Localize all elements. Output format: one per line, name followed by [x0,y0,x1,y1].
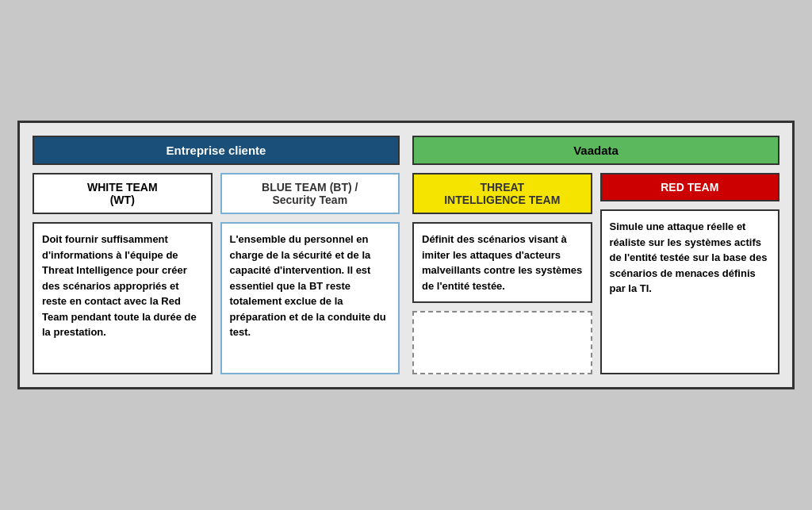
threat-intel-column: THREATINTELLIGENCE TEAM Définit des scén… [412,173,592,374]
main-container: Entreprise cliente WHITE TEAM(WT) Doit f… [17,121,795,389]
white-team-content: Doit fournir suffisamment d'informations… [33,222,213,374]
right-header: Vaadata [412,136,779,165]
blue-team-content: L'ensemble du personnel en charge de la … [220,222,400,374]
left-header: Entreprise cliente [33,136,400,165]
left-section: Entreprise cliente WHITE TEAM(WT) Doit f… [33,136,400,374]
threat-intel-empty-box [412,311,592,374]
red-team-title: RED TEAM [600,173,780,201]
threat-intel-content: Définit des scénarios visant à imiter le… [412,222,592,303]
red-team-content: Simule une attaque réelle et réaliste su… [600,209,780,374]
right-columns: THREATINTELLIGENCE TEAM Définit des scén… [412,173,779,374]
blue-team-title: BLUE TEAM (BT) /Security Team [220,173,400,214]
threat-intel-title: THREATINTELLIGENCE TEAM [412,173,592,214]
red-team-column: RED TEAM Simule une attaque réelle et ré… [600,173,780,374]
white-team-title: WHITE TEAM(WT) [33,173,213,214]
right-section: Vaadata THREATINTELLIGENCE TEAM Définit … [412,136,779,374]
blue-team-column: BLUE TEAM (BT) /Security Team L'ensemble… [220,173,400,374]
left-columns: WHITE TEAM(WT) Doit fournir suffisamment… [33,173,400,374]
white-team-column: WHITE TEAM(WT) Doit fournir suffisamment… [33,173,213,374]
